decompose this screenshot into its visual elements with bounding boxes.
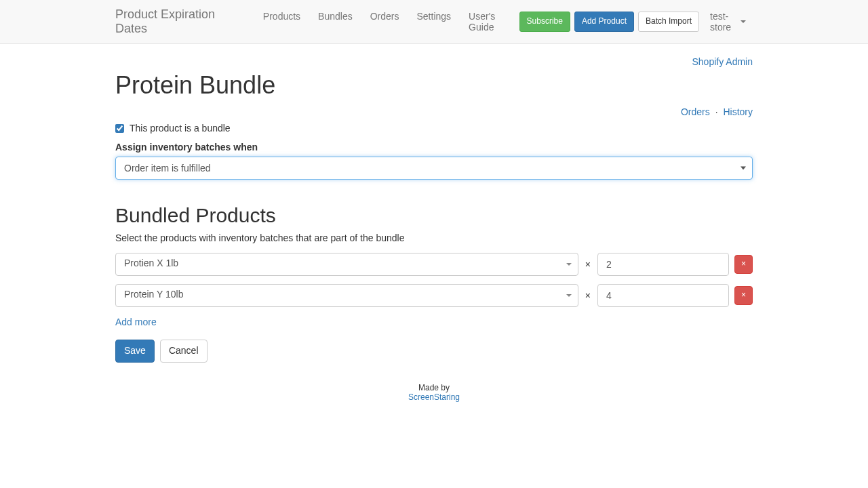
caret-down-icon [741, 20, 746, 23]
batch-import-button[interactable]: Batch Import [638, 12, 699, 31]
orders-link[interactable]: Orders [681, 106, 710, 117]
product-select[interactable]: Protien X 1lb [115, 253, 578, 276]
nav-bundles[interactable]: Bundles [309, 3, 361, 29]
store-dropdown[interactable]: test-store [703, 3, 753, 40]
quantity-input[interactable] [597, 284, 729, 307]
assign-select[interactable]: Order item is fulfilled [115, 157, 753, 180]
product-select-value: Protein Y 10lb [115, 284, 578, 307]
subscribe-button[interactable]: Subscribe [519, 12, 570, 31]
remove-row-button[interactable]: × [734, 255, 753, 273]
bundle-checkbox[interactable] [115, 124, 124, 133]
shopify-admin-link[interactable]: Shopify Admin [692, 56, 753, 67]
footer-made-by: Made by [115, 383, 753, 392]
footer: Made by ScreenStaring [115, 383, 753, 402]
bundled-help: Select the products with inventory batch… [115, 232, 753, 243]
nav-orders[interactable]: Orders [361, 3, 408, 29]
remove-row-button[interactable]: × [734, 286, 753, 304]
cancel-button[interactable]: Cancel [160, 340, 208, 363]
quantity-input[interactable] [597, 253, 729, 276]
bundled-heading: Bundled Products [115, 204, 753, 227]
navbar: Product Expiration Dates Products Bundle… [0, 0, 868, 44]
bundle-row: Protien X 1lb × × [115, 253, 753, 276]
brand[interactable]: Product Expiration Dates [115, 0, 254, 43]
save-button[interactable]: Save [115, 340, 155, 363]
footer-company-link[interactable]: ScreenStaring [408, 392, 460, 402]
add-product-button[interactable]: Add Product [574, 12, 634, 31]
product-select-value: Protien X 1lb [115, 253, 578, 276]
times-symbol: × [584, 290, 592, 301]
page-title: Protein Bundle [115, 71, 753, 100]
nav-settings[interactable]: Settings [408, 3, 460, 29]
history-link[interactable]: History [723, 106, 753, 117]
nav-users-guide[interactable]: User's Guide [460, 3, 519, 40]
add-more-link[interactable]: Add more [115, 317, 157, 327]
store-name: test-store [710, 11, 738, 33]
separator: · [713, 106, 721, 117]
bundle-row: Protein Y 10lb × × [115, 284, 753, 307]
assign-label: Assign inventory batches when [115, 142, 753, 152]
bundle-checkbox-label: This product is a bundle [130, 123, 231, 134]
product-select[interactable]: Protein Y 10lb [115, 284, 578, 307]
nav-products[interactable]: Products [254, 3, 309, 29]
times-symbol: × [584, 259, 592, 270]
